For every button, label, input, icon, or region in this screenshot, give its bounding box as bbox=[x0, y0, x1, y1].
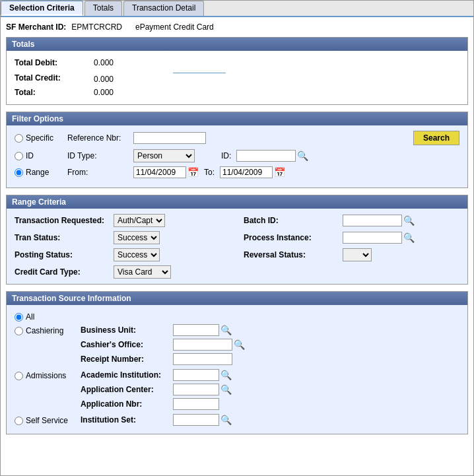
range-criteria-header: Range Criteria bbox=[7, 195, 467, 209]
application-center-row: Application Center: 🔍 bbox=[81, 384, 232, 395]
cashiers-office-input[interactable] bbox=[173, 339, 232, 351]
academic-institution-label: Academic Institution: bbox=[81, 370, 173, 380]
tran-status-row: Tran Status: Success Pending Failed bbox=[15, 231, 230, 244]
merchant-name: ePayment Credit Card bbox=[135, 22, 214, 32]
reversal-status-select[interactable]: Yes No bbox=[343, 248, 372, 261]
academic-institution-input[interactable] bbox=[173, 369, 219, 381]
process-instance-label: Process Instance: bbox=[244, 233, 343, 242]
business-unit-search-icon[interactable]: 🔍 bbox=[220, 325, 232, 335]
application-center-input[interactable] bbox=[173, 384, 219, 395]
total-debit-value: 0.000 bbox=[94, 58, 147, 67]
application-center-search-icon[interactable]: 🔍 bbox=[220, 384, 232, 395]
business-unit-label: Business Unit: bbox=[81, 325, 173, 335]
process-instance-search-icon[interactable]: 🔍 bbox=[403, 232, 415, 243]
merchant-id-label: SF Merchant ID: bbox=[6, 22, 66, 32]
to-date-input[interactable] bbox=[220, 166, 273, 178]
cashiering-radio[interactable] bbox=[15, 327, 23, 335]
self-service-row: Self Service Institution Set: 🔍 bbox=[15, 414, 459, 426]
specific-radio[interactable] bbox=[15, 134, 23, 143]
cashiering-label: Cashiering bbox=[26, 326, 63, 335]
range-criteria-body: Transaction Requested: Auth/Capt Auth On… bbox=[7, 209, 467, 284]
total-value: 0.000 bbox=[94, 88, 147, 97]
receipt-number-label: Receipt Number: bbox=[81, 355, 173, 364]
institution-set-input[interactable] bbox=[173, 414, 219, 426]
cashiers-office-search-icon[interactable]: 🔍 bbox=[234, 339, 245, 350]
tab-transaction-detail[interactable]: Transaction Detail bbox=[123, 1, 204, 16]
reference-nbr-label: Reference Nbr: bbox=[67, 133, 133, 143]
totals-header: Totals bbox=[7, 38, 467, 51]
business-unit-input[interactable] bbox=[173, 324, 219, 336]
application-nbr-row: Application Nbr: bbox=[81, 398, 232, 410]
id-input[interactable] bbox=[236, 150, 296, 162]
id-search-icon[interactable]: 🔍 bbox=[297, 151, 308, 161]
self-service-fields: Institution Set: 🔍 bbox=[81, 414, 232, 426]
range-criteria-section: Range Criteria Transaction Requested: Au… bbox=[6, 195, 468, 285]
application-nbr-label: Application Nbr: bbox=[81, 399, 173, 409]
admissions-label: Admissions bbox=[26, 371, 66, 380]
admissions-radio[interactable] bbox=[15, 372, 23, 380]
total-label: Total: bbox=[15, 88, 94, 97]
credit-card-type-label: Credit Card Type: bbox=[15, 267, 114, 277]
academic-institution-search-icon[interactable]: 🔍 bbox=[220, 370, 232, 380]
to-calendar-icon[interactable]: 📅 bbox=[274, 167, 285, 178]
source-header: Transaction Source Information bbox=[7, 292, 467, 305]
credit-card-type-select[interactable]: Visa Card MasterCard AmEx Discover bbox=[114, 265, 171, 279]
reversal-status-label: Reversal Status: bbox=[244, 250, 343, 259]
batch-id-label: Batch ID: bbox=[244, 216, 343, 225]
posting-status-row: Posting Status: Success Pending Failed bbox=[15, 248, 230, 261]
batch-id-input[interactable] bbox=[343, 215, 402, 226]
application-nbr-input[interactable] bbox=[173, 398, 219, 410]
id-radio[interactable] bbox=[15, 152, 23, 160]
all-radio[interactable] bbox=[15, 313, 23, 322]
cashiering-fields: Business Unit: 🔍 Cashier's Office: 🔍 Rec… bbox=[81, 324, 245, 365]
id-type-select[interactable]: Person Organization Other bbox=[133, 149, 195, 162]
batch-id-search-icon[interactable]: 🔍 bbox=[403, 215, 415, 226]
total-credit-label: Total Credit: bbox=[15, 73, 94, 83]
total-debit-row: Total Debit: 0.000 bbox=[15, 56, 459, 69]
tran-requested-select[interactable]: Auth/Capt Auth Only Capture Credit Void bbox=[114, 214, 165, 227]
institution-set-search-icon[interactable]: 🔍 bbox=[220, 415, 232, 425]
tran-requested-label: Transaction Requested: bbox=[15, 216, 114, 225]
admissions-fields: Academic Institution: 🔍 Application Cent… bbox=[81, 369, 232, 410]
range-row: Range From: 📅 To: 📅 bbox=[15, 166, 459, 178]
from-date-input[interactable] bbox=[133, 166, 186, 178]
cashiers-office-row: Cashier's Office: 🔍 bbox=[81, 339, 245, 351]
search-button[interactable]: Search bbox=[413, 131, 459, 145]
tran-status-select[interactable]: Success Pending Failed bbox=[114, 231, 160, 244]
total-debit-label: Total Debit: bbox=[15, 58, 94, 67]
receipt-number-input[interactable] bbox=[173, 353, 232, 365]
cashiering-row: Cashiering Business Unit: 🔍 Cashier's Of… bbox=[15, 324, 459, 365]
range-radio[interactable] bbox=[15, 168, 23, 177]
specific-label: Specific bbox=[26, 133, 53, 143]
process-instance-row: Process Instance: 🔍 bbox=[244, 231, 459, 244]
institution-set-row: Institution Set: 🔍 bbox=[81, 414, 232, 426]
tab-bar: Selection Criteria Totals Transaction De… bbox=[1, 1, 473, 17]
posting-status-label: Posting Status: bbox=[15, 250, 114, 259]
all-label: All bbox=[26, 312, 34, 322]
total-credit-value: 0.000 bbox=[94, 75, 147, 84]
process-instance-input[interactable] bbox=[343, 232, 402, 244]
id-field-label: ID: bbox=[221, 151, 231, 160]
merchant-id-value: EPMTCRCRD bbox=[71, 22, 122, 32]
source-section: Transaction Source Information All Cashi… bbox=[6, 291, 468, 434]
specific-row: Specific Reference Nbr: Search bbox=[15, 131, 459, 145]
batch-id-row: Batch ID: 🔍 bbox=[244, 214, 459, 227]
self-service-label: Self Service bbox=[26, 416, 68, 425]
tab-selection-criteria[interactable]: Selection Criteria bbox=[1, 1, 83, 16]
application-center-label: Application Center: bbox=[81, 385, 173, 394]
admissions-row: Admissions Academic Institution: 🔍 Appli… bbox=[15, 369, 459, 410]
range-label: Range bbox=[26, 168, 49, 177]
id-row: ID ID Type: Person Organization Other ID… bbox=[15, 149, 459, 162]
self-service-radio[interactable] bbox=[15, 417, 23, 425]
all-row: All bbox=[15, 310, 459, 322]
from-calendar-icon[interactable]: 📅 bbox=[187, 167, 199, 178]
from-label: From: bbox=[67, 168, 133, 177]
reversal-status-row: Reversal Status: Yes No bbox=[244, 248, 459, 261]
tab-totals[interactable]: Totals bbox=[85, 1, 122, 16]
posting-status-select[interactable]: Success Pending Failed bbox=[114, 248, 160, 261]
reference-nbr-input[interactable] bbox=[133, 132, 206, 144]
source-body: All Cashiering Business Unit: 🔍 bbox=[7, 305, 467, 434]
filter-header: Filter Options bbox=[7, 112, 467, 125]
credit-card-type-row: Credit Card Type: Visa Card MasterCard A… bbox=[15, 265, 230, 279]
id-radio-label: ID bbox=[26, 151, 34, 160]
